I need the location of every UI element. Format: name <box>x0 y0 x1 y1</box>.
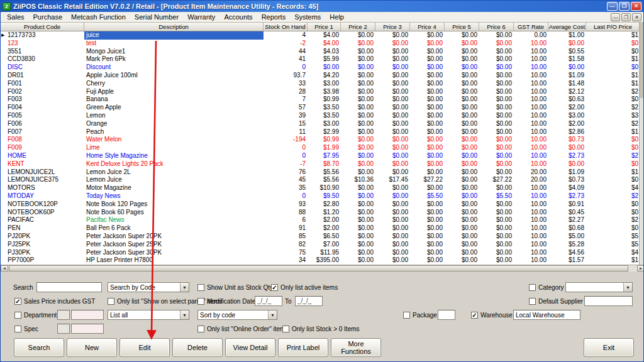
grid-cell[interactable]: 11 <box>264 128 308 136</box>
grid-cell[interactable]: -2 <box>264 40 308 48</box>
mdi-restore-icon[interactable]: ❐ <box>621 13 631 21</box>
grid-cell[interactable]: $0.00 <box>375 249 410 257</box>
grid-cell[interactable]: $0.00 <box>479 128 514 136</box>
grid-cell[interactable]: $2.00 <box>308 216 341 224</box>
grid-cell[interactable]: $0.00 <box>375 104 410 112</box>
mod-date-from-input[interactable]: _/_/_ <box>255 296 282 306</box>
grid-cell[interactable]: $9.50 <box>308 192 341 200</box>
grid-cell[interactable]: $0.00 <box>410 72 445 80</box>
grid-cell[interactable]: $0 <box>586 136 640 144</box>
grid-cell[interactable]: 57 <box>264 104 308 112</box>
grid-cell[interactable]: Motor Magazine <box>84 184 264 192</box>
grid-cell[interactable]: 0.00 <box>514 31 548 40</box>
grid-cell[interactable]: Home Style Magazine <box>84 152 264 160</box>
grid-cell[interactable]: $1.58 <box>548 55 586 63</box>
warehouse-checkbox[interactable] <box>471 312 478 319</box>
grid-cell[interactable]: 10.00 <box>514 40 548 48</box>
grid-cell[interactable]: $3.50 <box>308 112 341 120</box>
column-header-gst-rate[interactable]: GST Rate <box>514 23 548 31</box>
column-header-description[interactable]: Description <box>84 23 264 31</box>
grid-cell[interactable]: 0 <box>264 144 308 152</box>
grid-cell[interactable]: F005 <box>1 112 84 120</box>
grid-cell[interactable]: $3.00 <box>308 80 341 88</box>
table-row[interactable]: F007Peach11$2.99$0.00$0.00$0.00$0.00$0.0… <box>1 128 640 136</box>
grid-cell[interactable]: $0.00 <box>479 104 514 112</box>
grid-cell[interactable]: $2.00 <box>548 104 586 112</box>
grid-cell[interactable]: 28 <box>264 88 308 96</box>
grid-cell[interactable]: $0 <box>586 63 640 72</box>
grid-cell[interactable]: $0.00 <box>410 256 445 265</box>
grid-cell[interactable]: $0.73 <box>548 136 586 144</box>
grid-cell[interactable]: 10.00 <box>514 224 548 233</box>
grid-cell[interactable]: 10.00 <box>514 96 548 104</box>
grid-cell[interactable]: 0 <box>264 192 308 200</box>
grid-cell[interactable]: Note Book 120 Pages <box>84 200 264 209</box>
column-header-price-6[interactable]: Price 6 <box>479 23 514 31</box>
grid-cell[interactable]: $1.09 <box>548 168 586 177</box>
scrollbar-thumb[interactable] <box>640 23 643 98</box>
grid-cell[interactable]: Peter Jackson Super 25PK <box>84 241 264 249</box>
grid-cell[interactable]: $0.00 <box>410 31 445 40</box>
grid-cell[interactable]: $0.00 <box>410 55 445 63</box>
grid-cell[interactable]: ▶12173733 <box>1 31 84 40</box>
grid-cell[interactable]: 10.00 <box>514 160 548 168</box>
menu-item-metcash-function[interactable]: Metcash Function <box>67 13 130 21</box>
grid-cell[interactable]: $0.00 <box>341 216 375 224</box>
grid-cell[interactable]: $0 <box>586 209 640 217</box>
grid-cell[interactable]: $0.00 <box>445 160 479 168</box>
search-button[interactable]: Search <box>14 338 64 357</box>
exit-button[interactable]: Exit <box>584 338 634 357</box>
grid-cell[interactable]: 44 <box>264 48 308 56</box>
grid-cell[interactable]: $7.95 <box>308 152 341 160</box>
search-by-dropdown[interactable]: Search by Code ▼ <box>108 282 189 292</box>
grid-cell[interactable]: $0.00 <box>479 80 514 88</box>
table-row[interactable]: F001Cherry33$3.00$0.00$0.00$0.00$0.00$0.… <box>1 80 640 88</box>
grid-cell[interactable]: juice <box>84 31 264 40</box>
grid-cell[interactable]: $0.00 <box>410 88 445 96</box>
mdi-minimize-icon[interactable]: — <box>611 13 620 21</box>
grid-cell[interactable]: 10.00 <box>514 209 548 217</box>
grid-cell[interactable]: F001 <box>1 80 84 88</box>
column-header-price-5[interactable]: Price 5 <box>445 23 479 31</box>
grid-cell[interactable]: $0.00 <box>445 216 479 224</box>
grid-cell[interactable]: Today News <box>84 192 264 200</box>
table-row[interactable]: LEMONJUICE2LLemon Juice 2L76$5.56$0.00$0… <box>1 168 640 177</box>
grid-cell[interactable]: $0.00 <box>479 241 514 249</box>
grid-cell[interactable]: $4.56 <box>548 249 586 257</box>
grid-cell[interactable]: Note Book 60 Pages <box>84 209 264 217</box>
grid-cell[interactable]: $4 <box>586 249 640 257</box>
more-functions-button[interactable]: More Functions <box>331 338 381 357</box>
grid-cell[interactable]: $0.00 <box>548 160 586 168</box>
grid-cell[interactable]: $0.00 <box>479 40 514 48</box>
grid-cell[interactable]: $0.99 <box>308 96 341 104</box>
grid-cell[interactable]: $0.73 <box>548 176 586 184</box>
grid-cell[interactable]: 33 <box>264 80 308 88</box>
column-header-stock-on-hand[interactable]: Stock On Hand <box>264 23 308 31</box>
grid-cell[interactable]: $1.09 <box>548 72 586 80</box>
grid-cell[interactable]: 76 <box>264 168 308 177</box>
grid-cell[interactable]: $1 <box>586 80 640 88</box>
grid-cell[interactable]: $0.00 <box>341 200 375 209</box>
grid-cell[interactable]: test <box>84 40 264 48</box>
grid-cell[interactable]: $0.00 <box>445 241 479 249</box>
grid-cell[interactable]: $0.00 <box>341 144 375 152</box>
grid-cell[interactable]: 10.00 <box>514 48 548 56</box>
grid-cell[interactable]: $4.00 <box>308 40 341 48</box>
grid-cell[interactable]: $0.00 <box>341 48 375 56</box>
grid-cell[interactable]: $0.00 <box>479 184 514 192</box>
grid-cell[interactable]: $0.00 <box>375 55 410 63</box>
grid-cell[interactable]: MTODAY <box>1 192 84 200</box>
grid-cell[interactable]: $0.00 <box>375 96 410 104</box>
grid-cell[interactable]: $1.99 <box>308 144 341 152</box>
grid-cell[interactable]: $4.00 <box>308 31 341 40</box>
grid-cell[interactable]: $0.00 <box>479 31 514 40</box>
grid-cell[interactable]: $0 <box>586 200 640 209</box>
scrollbar-thumb[interactable] <box>9 265 628 272</box>
grid-cell[interactable]: $0.00 <box>341 192 375 200</box>
grid-cell[interactable]: $0.00 <box>341 88 375 96</box>
table-row[interactable]: F008Water Melon-194$0.99$0.00$0.00$0.00$… <box>1 136 640 144</box>
grid-cell[interactable]: $0.00 <box>375 63 410 72</box>
table-row[interactable]: F005Lemon39$3.50$0.00$0.00$0.00$0.00$0.0… <box>1 112 640 120</box>
grid-cell[interactable]: $0.00 <box>479 216 514 224</box>
grid-cell[interactable]: 82 <box>264 241 308 249</box>
